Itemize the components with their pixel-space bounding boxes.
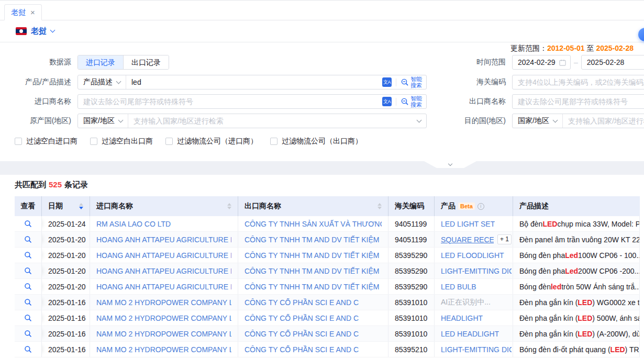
hs-code-cell: 85391010 [388,326,435,341]
magnifier-icon [24,345,32,353]
view-record-button[interactable] [24,251,32,259]
importer-cell: HOANG ANH ATTAPEU AGRICULTURE DEVE... [90,248,238,263]
sort-icons[interactable] [227,203,231,209]
tab-label: 老挝 [11,8,26,17]
filter-panel: 更新范围：2012-05-01 至 2025-02-28 数据源 进口记录 出口… [0,42,644,161]
smart-search-button[interactable]: 智能搜索 [401,95,422,108]
product-link[interactable]: HEADLIGHT [441,314,483,322]
product-cell: AI正在识别中... [435,295,513,310]
smart-search-button[interactable]: 智能搜索 [401,76,422,88]
view-record-button[interactable] [24,267,32,275]
exporter-cell: CÔNG TY CỔ PHẦN SCI E AND C [238,310,388,326]
summary-prefix: 共匹配到 [15,180,46,189]
view-cell [15,326,42,341]
country-selector[interactable]: 老挝 [16,26,54,36]
filter-blank-importer-checkbox[interactable]: 过滤空白进口商 [15,137,77,146]
col-header-importer[interactable]: 进口商名称 [90,196,238,216]
hs-code-cell: 85395290 [388,279,435,294]
exporter-link[interactable]: CÔNG TY CỔ PHẦN SCI E AND C [245,314,359,322]
view-record-button[interactable] [24,345,32,353]
product-link[interactable]: LED LIGHT SET [441,220,495,228]
origin-country-select[interactable]: 国家/地区 [78,114,128,128]
view-record-button[interactable] [24,283,32,290]
product-type-select[interactable]: 产品描述 [78,75,126,89]
sort-icons[interactable] [377,203,382,209]
export-records-option[interactable]: 出口记录 [123,55,169,69]
date-end-input[interactable]: 2025-02-28 [581,55,644,70]
importer-link[interactable]: HOANG ANH ATTAPEU AGRICULTURE DEVE... [96,283,231,291]
translate-icon[interactable]: 文A [382,77,392,87]
tab-laos[interactable]: 老挝 × [4,4,42,20]
magnifier-icon [24,298,32,306]
product-link[interactable]: LED FLOODLIGHT [441,251,504,260]
col-header-date[interactable]: 日期 [42,196,90,216]
importer-link[interactable]: NAM MO 2 HYDROPOWER COMPANY LIMI... [96,314,231,322]
importer-link[interactable]: NAM MO 2 HYDROPOWER COMPANY LIMI... [96,330,231,338]
product-description-cell: Bóng đèn pha Led 100W CP06 - 100... [513,248,640,263]
filter-blank-exporter-checkbox[interactable]: 过滤空白出口商 [90,137,153,146]
product-search-group: 产品描述 文A 智能搜索 [77,75,427,89]
view-record-button[interactable] [24,235,32,243]
importer-cell: HOANG ANH ATTAPEU AGRICULTURE DEVE... [90,263,238,278]
destination-country-input[interactable] [563,114,644,128]
filter-logistics-importer-checkbox[interactable]: 过滤物流公司（进口商） [165,137,258,146]
exporter-filter-label: 出口商名称 [443,97,512,106]
product-cell: LED BULB [435,279,513,294]
view-record-button[interactable] [24,220,32,228]
exporter-link[interactable]: CÔNG TY TNHH TM AND DV TIẾT KIỆM NĂ... [245,235,382,244]
view-record-button[interactable] [24,330,32,338]
table-row: 2025-01-20 HOANG ANH ATTAPEU AGRICULTURE… [15,232,640,248]
hs-code-input[interactable] [512,75,644,89]
destination-country-select[interactable]: 国家/地区 [513,114,563,128]
filter-logistics-exporter-checkbox[interactable]: 过滤物流公司（出口商） [270,137,362,146]
translate-icon[interactable]: 文A [382,97,392,106]
magnifier-icon [401,97,409,106]
product-link[interactable]: LIGHT-EMITTING DIO... [441,345,512,354]
panel-gap [0,161,644,175]
importer-link[interactable]: NAM MO 2 HYDROPOWER COMPANY LIMI... [96,298,231,307]
product-link[interactable]: LED HEADLIGHT [441,330,499,338]
info-icon[interactable] [478,203,484,210]
exporter-link[interactable]: CÔNG TY CỔ PHẦN SCI E AND C [245,345,359,354]
exporter-name-input[interactable] [512,94,644,109]
view-record-button[interactable] [24,298,32,306]
product-link[interactable]: AI正在识别中... [441,298,491,307]
date-cell: 2025-01-16 [42,326,90,341]
exporter-link[interactable]: CÔNG TY TNHH SẢN XUẤT VÀ THƯƠNG M... [245,220,382,228]
magnifier-icon [24,220,32,228]
product-link[interactable]: LED BULB [441,283,476,291]
sort-icons[interactable] [79,203,83,209]
table-row: 2025-01-20 HOANG ANH ATTAPEU AGRICULTURE… [15,279,640,295]
magnifier-icon [401,78,409,86]
product-more-badge[interactable]: + 1 [497,234,512,244]
import-records-option[interactable]: 进口记录 [78,55,123,69]
exporter-link[interactable]: CÔNG TY TNHH TM AND DV TIẾT KIỆM NĂ... [245,267,382,275]
importer-name-input[interactable] [78,95,382,108]
col-header-exporter[interactable]: 出口商名称 [238,196,388,216]
tab-close-icon[interactable]: × [30,8,35,16]
exporter-link[interactable]: CÔNG TY CỔ PHẦN SCI E AND C [245,298,359,307]
date-start-input[interactable]: 2024-02-29 [512,55,571,70]
product-search-input[interactable] [126,75,382,89]
calendar-icon [559,59,566,66]
exporter-cell: CÔNG TY TNHH TM AND DV TIẾT KIỆM NĂ... [238,279,388,294]
importer-link[interactable]: HOANG ANH ATTAPEU AGRICULTURE DEVE... [96,267,231,275]
table-row: 2025-01-24 RM ASIA LAO CO LTD CÔNG TY TN… [15,216,640,232]
exporter-link[interactable]: CÔNG TY CỔ PHẦN SCI E AND C [245,330,359,338]
importer-link[interactable]: RM ASIA LAO CO LTD [96,220,171,228]
summary-suffix: 条记录 [64,180,88,189]
origin-country-input[interactable] [128,114,417,128]
collapse-filters-button[interactable] [424,161,476,168]
importer-link[interactable]: HOANG ANH ATTAPEU AGRICULTURE DEVE... [96,235,231,244]
magnifier-icon [24,330,32,338]
exporter-link[interactable]: CÔNG TY TNHH TM AND DV TIẾT KIỆM NĂ... [245,283,382,291]
view-record-button[interactable] [24,314,32,322]
exporter-cell: CÔNG TY TNHH SẢN XUẤT VÀ THƯƠNG M... [238,216,388,231]
exporter-link[interactable]: CÔNG TY TNHH TM AND DV TIẾT KIỆM NĂ... [245,251,382,260]
hs-code-label: 海关编码 [443,77,512,87]
importer-link[interactable]: HOANG ANH ATTAPEU AGRICULTURE DEVE... [96,251,231,260]
product-link[interactable]: SQUARE RECESS... [441,235,494,244]
importer-link[interactable]: NAM MO 2 HYDROPOWER COMPANY LIMI... [96,345,231,354]
product-link[interactable]: LIGHT-EMITTING DIO... [441,267,512,275]
table-row: 2025-01-16 NAM MO 2 HYDROPOWER COMPANY L… [15,326,640,342]
